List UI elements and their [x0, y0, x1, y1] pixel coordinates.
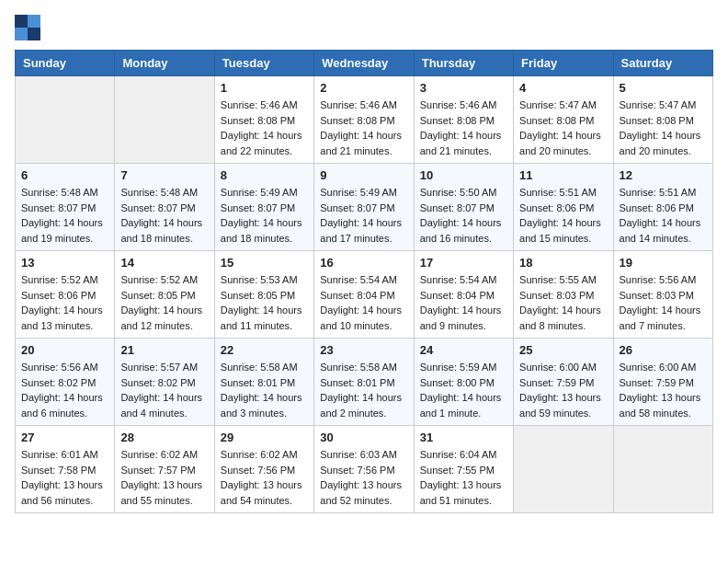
day-number: 12: [620, 168, 707, 182]
week-row-1: 1Sunrise: 5:46 AM Sunset: 8:08 PM Daylig…: [16, 76, 713, 164]
calendar-cell: 10Sunrise: 5:50 AM Sunset: 8:07 PM Dayli…: [414, 164, 513, 251]
calendar-cell: 12Sunrise: 5:51 AM Sunset: 8:06 PM Dayli…: [613, 164, 712, 251]
day-number: 1: [221, 81, 308, 95]
day-number: 19: [620, 256, 707, 270]
day-info: Sunrise: 6:02 AM Sunset: 7:57 PM Dayligh…: [120, 447, 208, 508]
calendar-cell: 8Sunrise: 5:49 AM Sunset: 8:07 PM Daylig…: [214, 164, 313, 251]
day-number: 5: [620, 81, 707, 95]
calendar-cell: 13Sunrise: 5:52 AM Sunset: 8:06 PM Dayli…: [16, 251, 115, 339]
day-info: Sunrise: 5:54 AM Sunset: 8:04 PM Dayligh…: [420, 272, 507, 333]
svg-rect-0: [15, 15, 28, 28]
week-row-5: 27Sunrise: 6:01 AM Sunset: 7:58 PM Dayli…: [16, 426, 713, 513]
day-number: 23: [320, 343, 407, 357]
calendar-cell: 2Sunrise: 5:46 AM Sunset: 8:08 PM Daylig…: [314, 76, 414, 164]
day-info: Sunrise: 5:58 AM Sunset: 8:01 PM Dayligh…: [221, 360, 308, 420]
day-info: Sunrise: 5:51 AM Sunset: 8:06 PM Dayligh…: [620, 185, 707, 246]
calendar-cell: 18Sunrise: 5:55 AM Sunset: 8:03 PM Dayli…: [514, 251, 613, 339]
day-info: Sunrise: 5:48 AM Sunset: 8:07 PM Dayligh…: [120, 185, 208, 246]
day-info: Sunrise: 5:51 AM Sunset: 8:06 PM Dayligh…: [519, 185, 607, 246]
calendar-header: SundayMondayTuesdayWednesdayThursdayFrid…: [16, 51, 713, 76]
day-info: Sunrise: 6:02 AM Sunset: 7:56 PM Dayligh…: [221, 447, 308, 508]
day-number: 17: [420, 256, 507, 270]
day-number: 7: [120, 168, 208, 182]
week-row-4: 20Sunrise: 5:56 AM Sunset: 8:02 PM Dayli…: [16, 339, 713, 426]
svg-rect-2: [15, 28, 28, 40]
header-row: SundayMondayTuesdayWednesdayThursdayFrid…: [16, 51, 713, 76]
day-info: Sunrise: 5:46 AM Sunset: 8:08 PM Dayligh…: [320, 98, 407, 158]
logo-icon: [15, 15, 40, 40]
calendar-cell: 7Sunrise: 5:48 AM Sunset: 8:07 PM Daylig…: [115, 164, 214, 251]
day-number: 4: [519, 81, 607, 95]
header-day-wednesday: Wednesday: [314, 51, 414, 76]
day-number: 21: [120, 343, 208, 357]
day-number: 25: [519, 343, 607, 357]
day-number: 15: [221, 256, 308, 270]
calendar-cell: 15Sunrise: 5:53 AM Sunset: 8:05 PM Dayli…: [214, 251, 313, 339]
week-row-3: 13Sunrise: 5:52 AM Sunset: 8:06 PM Dayli…: [16, 251, 713, 339]
day-info: Sunrise: 5:49 AM Sunset: 8:07 PM Dayligh…: [221, 185, 308, 246]
day-number: 10: [420, 168, 507, 182]
calendar-cell: 1Sunrise: 5:46 AM Sunset: 8:08 PM Daylig…: [214, 76, 313, 164]
day-number: 8: [221, 168, 308, 182]
header-day-saturday: Saturday: [613, 51, 712, 76]
calendar-cell: 21Sunrise: 5:57 AM Sunset: 8:02 PM Dayli…: [115, 339, 214, 426]
day-info: Sunrise: 5:52 AM Sunset: 8:05 PM Dayligh…: [120, 272, 208, 333]
day-number: 13: [21, 256, 108, 270]
day-info: Sunrise: 5:49 AM Sunset: 8:07 PM Dayligh…: [320, 185, 407, 246]
day-info: Sunrise: 6:01 AM Sunset: 7:58 PM Dayligh…: [21, 447, 108, 508]
day-number: 18: [519, 256, 607, 270]
calendar-cell: 14Sunrise: 5:52 AM Sunset: 8:05 PM Dayli…: [115, 251, 214, 339]
calendar-cell: 9Sunrise: 5:49 AM Sunset: 8:07 PM Daylig…: [314, 164, 414, 251]
calendar-cell: 5Sunrise: 5:47 AM Sunset: 8:08 PM Daylig…: [613, 76, 712, 164]
calendar-cell: 24Sunrise: 5:59 AM Sunset: 8:00 PM Dayli…: [414, 339, 513, 426]
day-number: 29: [221, 431, 308, 444]
day-info: Sunrise: 5:57 AM Sunset: 8:02 PM Dayligh…: [120, 360, 208, 420]
logo: [15, 15, 44, 40]
day-info: Sunrise: 6:00 AM Sunset: 7:59 PM Dayligh…: [620, 360, 707, 420]
calendar-cell: 20Sunrise: 5:56 AM Sunset: 8:02 PM Dayli…: [16, 339, 115, 426]
day-info: Sunrise: 5:53 AM Sunset: 8:05 PM Dayligh…: [221, 272, 308, 333]
calendar-cell: 19Sunrise: 5:56 AM Sunset: 8:03 PM Dayli…: [613, 251, 712, 339]
calendar-cell: 26Sunrise: 6:00 AM Sunset: 7:59 PM Dayli…: [613, 339, 712, 426]
calendar-cell: 16Sunrise: 5:54 AM Sunset: 8:04 PM Dayli…: [314, 251, 414, 339]
page-header: [15, 15, 713, 40]
calendar-cell: 6Sunrise: 5:48 AM Sunset: 8:07 PM Daylig…: [16, 164, 115, 251]
day-number: 26: [620, 343, 707, 357]
calendar-cell: 3Sunrise: 5:46 AM Sunset: 8:08 PM Daylig…: [414, 76, 513, 164]
calendar-cell: 23Sunrise: 5:58 AM Sunset: 8:01 PM Dayli…: [314, 339, 414, 426]
calendar-cell: [514, 426, 613, 513]
day-number: 2: [320, 81, 407, 95]
day-number: 14: [120, 256, 208, 270]
day-info: Sunrise: 6:04 AM Sunset: 7:55 PM Dayligh…: [420, 447, 507, 508]
calendar-cell: 31Sunrise: 6:04 AM Sunset: 7:55 PM Dayli…: [414, 426, 513, 513]
day-number: 24: [420, 343, 507, 357]
day-info: Sunrise: 6:03 AM Sunset: 7:56 PM Dayligh…: [320, 447, 407, 508]
svg-rect-3: [28, 28, 40, 40]
day-number: 30: [320, 431, 407, 444]
day-info: Sunrise: 5:50 AM Sunset: 8:07 PM Dayligh…: [420, 185, 507, 246]
day-info: Sunrise: 5:48 AM Sunset: 8:07 PM Dayligh…: [21, 185, 108, 246]
day-info: Sunrise: 5:59 AM Sunset: 8:00 PM Dayligh…: [420, 360, 507, 420]
calendar-cell: [16, 76, 115, 164]
week-row-2: 6Sunrise: 5:48 AM Sunset: 8:07 PM Daylig…: [16, 164, 713, 251]
day-number: 28: [120, 431, 208, 444]
day-number: 20: [21, 343, 108, 357]
calendar-cell: 4Sunrise: 5:47 AM Sunset: 8:08 PM Daylig…: [514, 76, 613, 164]
header-day-monday: Monday: [115, 51, 214, 76]
day-info: Sunrise: 5:52 AM Sunset: 8:06 PM Dayligh…: [21, 272, 108, 333]
header-day-tuesday: Tuesday: [214, 51, 313, 76]
day-info: Sunrise: 6:00 AM Sunset: 7:59 PM Dayligh…: [519, 360, 607, 420]
day-info: Sunrise: 5:47 AM Sunset: 8:08 PM Dayligh…: [519, 98, 607, 158]
day-number: 22: [221, 343, 308, 357]
day-number: 11: [519, 168, 607, 182]
calendar-cell: 30Sunrise: 6:03 AM Sunset: 7:56 PM Dayli…: [314, 426, 414, 513]
day-info: Sunrise: 5:55 AM Sunset: 8:03 PM Dayligh…: [519, 272, 607, 333]
day-number: 3: [420, 81, 507, 95]
calendar-cell: 22Sunrise: 5:58 AM Sunset: 8:01 PM Dayli…: [214, 339, 313, 426]
calendar-cell: [613, 426, 712, 513]
calendar-body: 1Sunrise: 5:46 AM Sunset: 8:08 PM Daylig…: [16, 76, 713, 513]
day-info: Sunrise: 5:54 AM Sunset: 8:04 PM Dayligh…: [320, 272, 407, 333]
calendar-cell: 27Sunrise: 6:01 AM Sunset: 7:58 PM Dayli…: [16, 426, 115, 513]
header-day-thursday: Thursday: [414, 51, 513, 76]
header-day-friday: Friday: [514, 51, 613, 76]
